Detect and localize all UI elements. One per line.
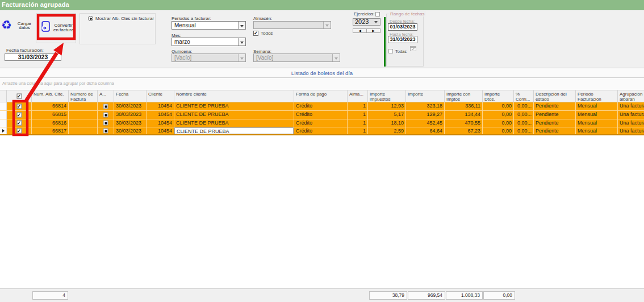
cell-importe[interactable]: 64,64: [406, 127, 445, 134]
mostrar-radio[interactable]: [88, 16, 93, 21]
albaran-detail-button[interactable]: [103, 128, 108, 133]
select-all-checkbox[interactable]: ✓: [16, 94, 22, 99]
albaran-detail-button[interactable]: [103, 113, 108, 118]
cell-agrupacion[interactable]: Una factura: [618, 119, 644, 127]
cell-imp_impuestos[interactable]: 12,93: [368, 102, 406, 110]
cell-comi[interactable]: 0,00...: [514, 111, 534, 118]
cell-desc_estado[interactable]: Pendiente: [534, 102, 576, 110]
ejercicios-spinner[interactable]: ◀ ▶: [353, 28, 380, 33]
periodos-dropdown-icon[interactable]: [238, 22, 245, 29]
cell-imp_dtos[interactable]: 0,00: [483, 127, 514, 134]
cell-importe[interactable]: 129,27: [406, 111, 445, 118]
cell-num_alb[interactable]: 66817: [32, 127, 69, 134]
spinner-right-icon[interactable]: ▶: [366, 29, 380, 32]
cell-desc_estado[interactable]: Pendiente: [534, 111, 576, 118]
cell-periodo[interactable]: Mensual: [576, 102, 618, 110]
spinner-left-icon[interactable]: ◀: [353, 29, 366, 32]
cell-imp_con_imptos[interactable]: 470,55: [445, 119, 483, 127]
cell-num_fact[interactable]: [69, 119, 98, 127]
cell-agrupacion[interactable]: Una factura: [618, 127, 644, 134]
header-cell-alma[interactable]: Alma...: [348, 90, 368, 102]
cell-cliente[interactable]: 10454: [147, 102, 174, 110]
cell-importe[interactable]: 452,45: [406, 119, 445, 127]
cell-imp_con_imptos[interactable]: 336,11: [445, 102, 483, 110]
cell-a[interactable]: [98, 111, 114, 118]
table-row[interactable]: ✓6681430/03/202310454CLIENTE DE PRUEBACr…: [0, 102, 644, 110]
cell-imp_con_imptos[interactable]: 134,44: [445, 111, 483, 118]
cell-cliente[interactable]: 10454: [147, 111, 174, 118]
cell-a[interactable]: [98, 119, 114, 127]
cell-periodo[interactable]: Mensual: [576, 119, 618, 127]
cell-agrupacion[interactable]: Una factura: [618, 102, 644, 110]
todas-checkbox[interactable]: [388, 49, 393, 53]
cell-imp_dtos[interactable]: 0,00: [483, 111, 514, 118]
periodos-combo[interactable]: Mensual: [172, 21, 246, 30]
cell-alma[interactable]: 1: [348, 111, 368, 118]
cell-nombre[interactable]: CLIENTE DE PRUEBA: [174, 119, 294, 127]
cell-imp_dtos[interactable]: 0,00: [483, 102, 514, 110]
cell-alma[interactable]: 1: [348, 127, 368, 134]
todos-checkbox[interactable]: ✓: [253, 31, 258, 36]
cell-imp_dtos[interactable]: 0,00: [483, 119, 514, 127]
mes-dropdown-icon[interactable]: [238, 38, 245, 45]
convertir-en-factura-button[interactable]: Convertir en factura: [41, 21, 74, 34]
cell-imp_con_imptos[interactable]: 67,23: [445, 127, 483, 134]
cell-fecha[interactable]: 30/03/2023: [114, 127, 147, 134]
header-cell-comi[interactable]: % Comi...: [514, 90, 534, 102]
cell-nombre[interactable]: CLIENTE DE PRUEBA: [174, 127, 294, 134]
row-select-checkbox[interactable]: ✓: [16, 104, 22, 109]
header-cell-num_alb[interactable]: Num. Alb. Clte.: [32, 90, 69, 102]
header-cell-sel[interactable]: ✓: [7, 90, 32, 102]
row-select-checkbox[interactable]: ✓: [16, 113, 22, 118]
cell-num_alb[interactable]: 66816: [32, 119, 69, 127]
row-select-checkbox[interactable]: ✓: [16, 121, 22, 126]
header-cell-nombre[interactable]: Nombre cliente: [174, 90, 294, 102]
nombre-cliente-editor[interactable]: CLIENTE DE PRUEBA: [174, 127, 294, 134]
cell-num_alb[interactable]: 66815: [32, 111, 69, 118]
header-cell-cliente[interactable]: Cliente: [147, 90, 174, 102]
table-row[interactable]: ✓6681730/03/202310454CLIENTE DE PRUEBACr…: [0, 127, 644, 135]
calendar-icon[interactable]: [410, 45, 416, 51]
cell-num_fact[interactable]: [69, 127, 98, 134]
mes-combo[interactable]: marzo: [172, 38, 246, 46]
cell-forma[interactable]: Crédito: [294, 127, 348, 134]
cell-forma[interactable]: Crédito: [294, 102, 348, 110]
albaran-detail-button[interactable]: [103, 104, 108, 109]
cell-fecha[interactable]: 30/03/2023: [114, 119, 147, 127]
header-cell-imp_con_imptos[interactable]: Importe con Imptos: [445, 90, 483, 102]
header-cell-agrupacion[interactable]: Agrupación albarán: [618, 90, 644, 102]
header-cell-desc_estado[interactable]: Descripción del estado: [534, 90, 576, 102]
header-cell-num_fact[interactable]: Número de Factura: [69, 90, 98, 102]
header-cell-a[interactable]: A...: [98, 90, 114, 102]
cell-a[interactable]: [98, 102, 114, 110]
desde-fecha-input[interactable]: 01/03/2023: [388, 23, 417, 31]
cell-periodo[interactable]: Mensual: [576, 127, 618, 134]
header-cell-fecha[interactable]: Fecha: [114, 90, 147, 102]
cell-desc_estado[interactable]: Pendiente: [534, 119, 576, 127]
cell-alma[interactable]: 1: [348, 102, 368, 110]
table-row[interactable]: ✓6681630/03/202310454CLIENTE DE PRUEBACr…: [0, 119, 644, 127]
header-cell-importe[interactable]: Importe: [406, 90, 445, 102]
cell-imp_impuestos[interactable]: 5,17: [368, 111, 406, 118]
cell-sel[interactable]: ✓: [7, 119, 32, 127]
cell-sel[interactable]: ✓: [7, 111, 32, 118]
cell-num_fact[interactable]: [69, 102, 98, 110]
header-cell-periodo[interactable]: Periodo Facturación: [576, 90, 618, 102]
cargar-datos-button[interactable]: ♻ Cargar datos: [1, 21, 31, 30]
cell-comi[interactable]: 0,00...: [514, 119, 534, 127]
cell-agrupacion[interactable]: Una factura: [618, 111, 644, 118]
row-select-checkbox[interactable]: ✓: [16, 128, 22, 133]
cell-fecha[interactable]: 30/03/2023: [114, 102, 147, 110]
cell-comi[interactable]: 0,00...: [514, 127, 534, 134]
albaran-detail-button[interactable]: [103, 121, 108, 126]
cell-comi[interactable]: 0,00...: [514, 102, 534, 110]
cell-cliente[interactable]: 10454: [147, 127, 174, 134]
group-by-panel[interactable]: Arrastre una columna aquí para agrupar p…: [0, 78, 644, 90]
cell-nombre[interactable]: CLIENTE DE PRUEBA: [174, 102, 294, 110]
ejercicios-checkbox[interactable]: [375, 12, 380, 16]
cell-num_fact[interactable]: [69, 111, 98, 118]
cell-a[interactable]: [98, 127, 114, 134]
cell-alma[interactable]: 1: [348, 119, 368, 127]
cell-desc_estado[interactable]: Pendiente: [534, 127, 576, 134]
cell-sel[interactable]: ✓: [7, 127, 32, 134]
